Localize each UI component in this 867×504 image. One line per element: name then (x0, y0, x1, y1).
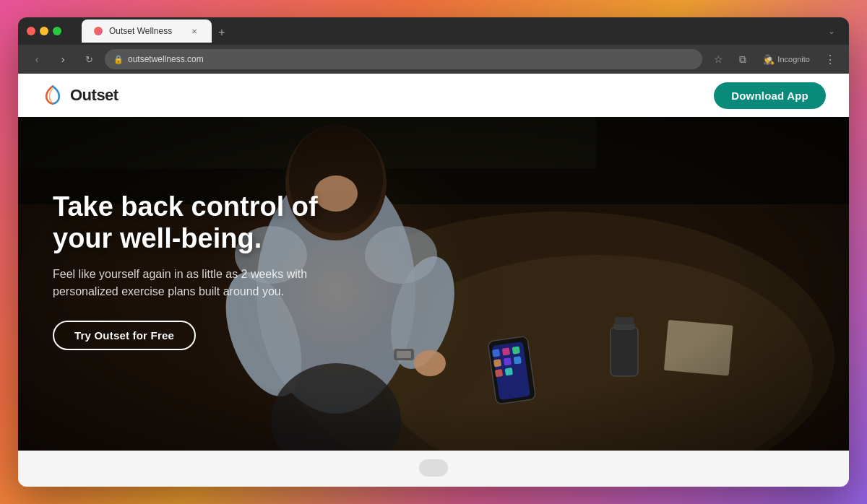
hero-heading: Take back control of your well-being. (53, 191, 356, 254)
browser-chrome: Outset Wellness ✕ + ⌄ ‹ › ↻ 🔒 outsetwell… (18, 17, 849, 74)
minimize-window-button[interactable] (40, 27, 48, 35)
scroll-indicator (419, 459, 448, 477)
back-button[interactable]: ‹ (27, 49, 47, 69)
toolbar: ‹ › ↻ 🔒 outsetwellness.com ☆ ⧉ 🕵 Incogni… (18, 45, 849, 74)
window-chevron-icon: ⌄ (823, 22, 840, 40)
address-bar[interactable]: 🔒 outsetwellness.com (105, 49, 702, 69)
title-bar: Outset Wellness ✕ + ⌄ (18, 17, 849, 45)
logo-text: Outset (70, 86, 118, 105)
incognito-indicator: 🕵 Incognito (757, 53, 816, 66)
back-icon: ‹ (35, 53, 39, 65)
active-tab[interactable]: Outset Wellness ✕ (82, 19, 212, 43)
tab-bar: Outset Wellness ✕ + (73, 19, 817, 43)
site-logo: Outset (41, 84, 118, 107)
bottom-strip (18, 451, 849, 487)
hero-heading-line1: Take back control of (53, 191, 318, 222)
incognito-label: Incognito (777, 55, 810, 64)
forward-icon: › (61, 53, 65, 65)
hero-subtext: Feel like yourself again in as little as… (53, 266, 356, 300)
forward-button[interactable]: › (53, 49, 73, 69)
extensions-icon[interactable]: ⧉ (733, 49, 753, 69)
new-tab-button[interactable]: + (212, 22, 232, 43)
hero-heading-line2: your well-being. (53, 223, 262, 253)
close-window-button[interactable] (27, 27, 35, 35)
refresh-icon: ↻ (85, 54, 93, 65)
more-options-button[interactable]: ⋮ (820, 49, 840, 69)
url-display: outsetwellness.com (128, 54, 694, 64)
bookmark-icon[interactable]: ☆ (708, 49, 728, 69)
tab-favicon-icon (93, 26, 103, 36)
site-navigation: Outset Download App (18, 74, 849, 117)
incognito-icon: 🕵 (763, 54, 775, 65)
outset-logo-icon (41, 84, 64, 107)
hero-text-block: Take back control of your well-being. Fe… (53, 191, 356, 350)
website-content: Outset Download App (18, 74, 849, 487)
browser-window: Outset Wellness ✕ + ⌄ ‹ › ↻ 🔒 outsetwell… (18, 17, 849, 487)
try-free-button[interactable]: Try Outset for Free (53, 321, 196, 350)
tab-title: Outset Wellness (109, 26, 183, 36)
hero-section: Take back control of your well-being. Fe… (18, 117, 849, 451)
tab-close-button[interactable]: ✕ (189, 25, 200, 37)
download-app-button[interactable]: Download App (714, 82, 826, 109)
maximize-window-button[interactable] (53, 27, 61, 35)
toolbar-right: ☆ ⧉ 🕵 Incognito ⋮ (708, 49, 840, 69)
traffic-lights (27, 27, 61, 35)
lock-icon: 🔒 (113, 55, 124, 64)
refresh-button[interactable]: ↻ (79, 49, 99, 69)
